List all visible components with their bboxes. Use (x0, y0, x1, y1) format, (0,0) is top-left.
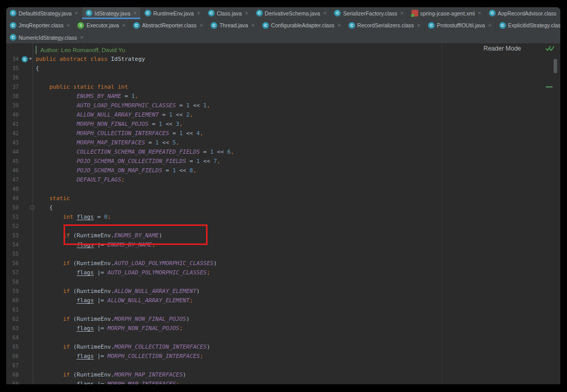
line-number[interactable]: 44 (6, 148, 19, 157)
line-number[interactable]: 45 (6, 157, 19, 166)
code-line[interactable]: 55 (6, 250, 560, 259)
code-line[interactable]: 56 if (RuntimeEnv.AUTO_LOAD_POLYMORPHIC_… (6, 259, 560, 268)
code-line[interactable]: 60 flags |= ALLOW_NULL_ARRAY_ELEMENT; (6, 296, 560, 305)
code-line[interactable]: 50 { (6, 203, 560, 213)
tab-explicitidstrategy-class[interactable]: CExplicitIdStrategy.class× (496, 19, 560, 31)
line-number[interactable]: 50 (6, 203, 19, 213)
line-number[interactable]: 60 (6, 296, 19, 305)
close-icon[interactable]: × (75, 10, 78, 16)
line-number[interactable]: 68 (6, 370, 19, 380)
line-number[interactable]: 52 (6, 222, 19, 231)
line-number[interactable]: 47 (6, 175, 19, 185)
code-line[interactable]: 45 POJO_SCHEMA_ON_COLLECTION_FIELDS = 1 … (6, 157, 560, 166)
line-number[interactable]: 55 (6, 250, 19, 259)
tab-serializerfactory-class[interactable]: CSerializerFactory.class× (330, 7, 407, 19)
tab-class-java[interactable]: CClass.java× (204, 7, 253, 19)
tab-recordserializers-class[interactable]: CRecordSerializers.class× (345, 19, 424, 31)
close-icon[interactable]: × (197, 10, 200, 16)
code-line[interactable]: 51 int flags = 0; (6, 213, 560, 222)
inspections-ok-icon[interactable] (545, 45, 555, 52)
code-line[interactable]: 59 if (RuntimeEnv.ALLOW_NULL_ARRAY_ELEME… (6, 287, 560, 296)
code-line[interactable]: 62 if (RuntimeEnv.MORPH_NON_FINAL_POJOS) (6, 315, 560, 324)
code-line[interactable]: 67 (6, 361, 560, 370)
implemented-arrow-icon[interactable] (29, 58, 32, 60)
close-icon[interactable]: × (251, 23, 254, 28)
code-line[interactable]: 65 if (RuntimeEnv.MORPH_COLLECTION_INTER… (6, 342, 560, 352)
code-line[interactable]: 42 MORPH_COLLECTION_INTERFACES = 1 << 4, (6, 129, 560, 138)
code-line[interactable]: 35{ (6, 64, 560, 73)
code-line[interactable]: 36 (6, 73, 560, 83)
line-number[interactable]: 63 (6, 324, 19, 333)
close-icon[interactable]: × (560, 10, 560, 16)
line-number[interactable]: 41 (6, 120, 19, 129)
tab-configurableadapter-class[interactable]: CConfigurableAdapter.class× (259, 19, 345, 31)
tab-spring-jcase-agent-xml[interactable]: spring-jcase-agent.xml× (408, 7, 485, 19)
tab-derivativeschema-java[interactable]: CDerivativeSchema.java× (253, 7, 331, 19)
line-number[interactable]: 40 (6, 110, 19, 120)
line-number[interactable]: 54 (6, 240, 19, 250)
line-number[interactable]: 58 (6, 277, 19, 287)
code-line[interactable]: 49 static (6, 194, 560, 203)
code-line[interactable]: 38 ENUMS_BY_NAME = 1, (6, 92, 560, 101)
code-line[interactable]: 68 if (RuntimeEnv.MORPH_MAP_INTERFACES) (6, 370, 560, 380)
code-line[interactable]: 63 flags |= MORPH_NON_FINAL_POJOS; (6, 324, 560, 333)
code-line[interactable]: 66 flags |= MORPH_COLLECTION_INTERFACES; (6, 352, 560, 361)
code-line[interactable]: 43 MORPH_MAP_INTERFACES = 1 << 5, (6, 138, 560, 148)
code-line[interactable]: 37 public static final int (6, 83, 560, 92)
close-icon[interactable]: × (67, 23, 70, 28)
tab-jmqreporter-class[interactable]: CJmqReporter.class× (6, 19, 74, 31)
code-line[interactable]: 58 (6, 277, 560, 287)
code-line[interactable]: 46 POJO_SCHEMA_ON_MAP_FIELDS = 1 << 8, (6, 166, 560, 175)
line-number[interactable]: 46 (6, 166, 19, 175)
tab-runtimeenv-java[interactable]: CRuntimeEnv.java× (141, 7, 204, 19)
code-line[interactable]: 57 flags |= AUTO_LOAD_POLYMORPHIC_CLASSE… (6, 268, 560, 277)
close-icon[interactable]: × (133, 10, 136, 16)
line-number[interactable]: 38 (6, 92, 19, 101)
close-icon[interactable]: × (245, 10, 248, 16)
class-gutter-icon[interactable]: C (22, 56, 28, 62)
tab-executor-java[interactable]: IExecutor.java× (74, 19, 129, 31)
code-line[interactable]: 48 (6, 185, 560, 194)
tab-aoprecordadvisor-class[interactable]: CAopRecordAdvisor.class× (485, 7, 560, 19)
tab-abstractreporter-class[interactable]: CAbstractReporter.class× (130, 19, 207, 31)
line-number[interactable]: 57 (6, 268, 19, 277)
code-line[interactable]: 41 MORPH_NON_FINAL_POJOS = 1 << 3, (6, 120, 560, 129)
vertical-scrollbar-thumb[interactable] (554, 59, 557, 73)
reader-mode-button[interactable]: Reader Mode (483, 45, 521, 52)
code-editor[interactable]: Author: Leo Romanoff, David Yu34Cpublic … (6, 43, 560, 384)
line-number[interactable]: 36 (6, 73, 19, 83)
close-icon[interactable]: × (337, 23, 340, 28)
code-line[interactable]: 47 DEFAULT_FLAGS; (6, 175, 560, 185)
line-number[interactable]: 67 (6, 361, 19, 370)
code-line[interactable]: 39 AUTO_LOAD_POLYMORPHIC_CLASSES = 1 << … (6, 101, 560, 110)
close-icon[interactable]: × (122, 23, 125, 28)
line-number[interactable]: 69 (6, 380, 19, 384)
code-line[interactable]: 69 flags |= MORPH_MAP_INTERFACES; (6, 380, 560, 384)
error-stripe-mark[interactable] (546, 86, 553, 88)
line-number[interactable]: 66 (6, 352, 19, 361)
close-icon[interactable]: × (80, 35, 83, 40)
code-line[interactable]: 44 COLLECTION_SCHEMA_ON_REPEATED_FIELDS … (6, 148, 560, 157)
line-number[interactable]: 61 (6, 305, 19, 315)
line-number[interactable]: 42 (6, 129, 19, 138)
code-line[interactable]: 64 (6, 333, 560, 342)
fold-marker-icon[interactable] (30, 205, 35, 210)
close-icon[interactable]: × (417, 23, 420, 28)
code-line[interactable]: 40 ALLOW_NULL_ARRAY_ELEMENT = 1 << 2, (6, 110, 560, 120)
line-number[interactable]: 59 (6, 287, 19, 296)
tab-protostuffioutil-java[interactable]: CProtostuffIOUtil.java× (424, 19, 496, 31)
code-line[interactable]: 61 (6, 305, 560, 315)
tab-thread-java[interactable]: CThread.java× (207, 19, 259, 31)
line-number[interactable]: 56 (6, 259, 19, 268)
line-number[interactable]: 65 (6, 342, 19, 352)
line-number[interactable]: 39 (6, 101, 19, 110)
tab-defaultidstrategy-java[interactable]: CDefaultIdStrategy.java× (6, 7, 82, 19)
line-number[interactable]: 34 (6, 55, 19, 64)
line-number[interactable]: 43 (6, 138, 19, 148)
line-number[interactable]: 62 (6, 315, 19, 324)
close-icon[interactable]: × (488, 23, 491, 28)
line-number[interactable]: 51 (6, 213, 19, 222)
tab-idstrategy-java[interactable]: CIdStrategy.java× (82, 7, 141, 19)
line-number[interactable]: 35 (6, 64, 19, 73)
line-number[interactable]: 37 (6, 83, 19, 92)
